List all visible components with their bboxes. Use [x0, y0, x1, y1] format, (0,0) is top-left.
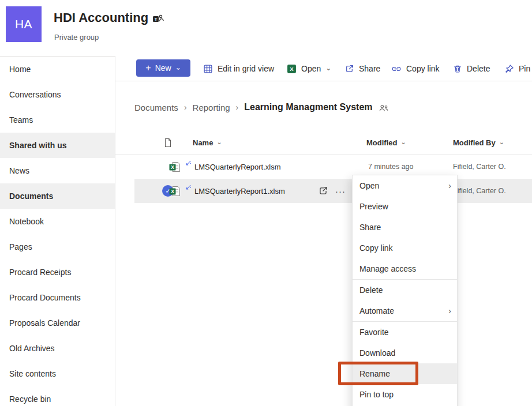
breadcrumb-separator-icon: › — [184, 103, 187, 112]
modified-column-header[interactable]: Modified ⌄ — [366, 131, 406, 154]
sidebar-item-pages[interactable]: Pages — [0, 234, 115, 260]
new-button-label: New — [155, 63, 171, 73]
menu-item-preview[interactable]: Preview — [353, 196, 457, 217]
excel-file-icon: X — [169, 179, 181, 203]
chevron-down-icon: ⌄ — [499, 138, 504, 146]
menu-item-label: Favorite — [359, 322, 389, 343]
menu-item-favorite[interactable]: Favorite — [353, 322, 457, 343]
menu-item-copy-link[interactable]: Copy link — [353, 238, 457, 258]
site-avatar[interactable]: HA — [6, 6, 42, 42]
link-icon — [391, 64, 402, 74]
svg-text:T: T — [155, 17, 158, 22]
svg-text:X: X — [171, 189, 174, 194]
sidebar-item-site-contents[interactable]: Site contents — [0, 361, 115, 386]
menu-item-label: Automate — [359, 300, 394, 321]
pin-icon — [504, 64, 514, 74]
teams-icon: T — [153, 14, 164, 24]
copy-link-button[interactable]: Copy link — [391, 56, 440, 81]
file-name-text: LMSQuarterlyReport.xlsm — [194, 163, 281, 171]
row-more-actions-icon[interactable]: ··· — [335, 179, 346, 203]
table-row[interactable]: X LMSQuarterlyReport.xlsm 7 minutes ago … — [115, 155, 532, 179]
chevron-down-icon: ⌄ — [216, 138, 222, 146]
breadcrumb: Documents › Reporting › Learning Managme… — [134, 102, 389, 112]
new-button[interactable]: + New ⌄ — [136, 59, 190, 77]
name-column-header[interactable]: Name ⌄ — [193, 131, 222, 154]
main-content: + New ⌄ Edit in grid view X Open ⌄ — [115, 56, 532, 406]
sidebar-item-notebook[interactable]: Notebook — [0, 209, 115, 234]
breadcrumb-documents[interactable]: Documents — [134, 103, 178, 112]
menu-item-label: Copy link — [359, 238, 393, 258]
menu-item-share[interactable]: Share — [353, 217, 457, 238]
menu-item-label: Share — [359, 217, 381, 238]
sidebar-item-news[interactable]: News — [0, 158, 115, 183]
sidebar-item-procard-receipts[interactable]: Procard Receipts — [0, 260, 115, 285]
menu-item-automate[interactable]: Automate › — [353, 300, 457, 321]
menu-item-manage-access[interactable]: Manage access — [353, 258, 457, 279]
site-title-text: HDI Accounting — [54, 10, 148, 25]
excel-file-icon: X — [169, 155, 181, 179]
breadcrumb-separator-icon: › — [236, 103, 239, 112]
menu-item-label: Manage access — [359, 258, 416, 279]
new-file-badge-icon — [185, 185, 191, 191]
site-header: HA HDI Accounting T Private group — [0, 0, 532, 56]
modified-by-value: Fifield, Carter O. — [453, 155, 506, 179]
menu-item-delete[interactable]: Delete — [353, 280, 457, 300]
copy-link-button-label: Copy link — [406, 64, 440, 73]
new-file-badge-icon — [185, 161, 191, 167]
ellipsis-icon: ··· — [335, 186, 346, 196]
menu-item-open[interactable]: Open › — [353, 175, 457, 196]
menu-item-label: Preview — [359, 196, 388, 217]
modified-by-column-header[interactable]: Modified By ⌄ — [453, 131, 504, 154]
chevron-down-icon: ⌄ — [175, 63, 181, 72]
submenu-chevron-icon: › — [448, 300, 451, 321]
row-share-icon[interactable] — [318, 179, 328, 203]
svg-text:X: X — [171, 164, 174, 170]
sidebar-item-old-archives[interactable]: Old Archives — [0, 336, 115, 361]
delete-button[interactable]: Delete — [453, 56, 490, 81]
file-type-column-header[interactable] — [164, 131, 172, 154]
document-icon — [164, 138, 172, 148]
edit-grid-view-button[interactable]: Edit in grid view — [203, 56, 274, 81]
trash-icon — [453, 64, 462, 74]
command-bar: + New ⌄ Edit in grid view X Open ⌄ — [115, 56, 532, 81]
sidebar-item-shared-with-us[interactable]: Shared with us — [0, 133, 115, 158]
sidebar-item-teams[interactable]: Teams — [0, 107, 115, 133]
pin-button-label: Pin t — [519, 64, 532, 73]
modified-column-label: Modified — [366, 138, 397, 147]
table-row[interactable]: ✓ X LMSQuarterlyReport1.xlsm — [134, 179, 532, 203]
file-name-link[interactable]: LMSQuarterlyReport1.xlsm — [185, 179, 285, 203]
chevron-down-icon: ⌄ — [400, 138, 406, 146]
table-header: Name ⌄ Modified ⌄ Modified By ⌄ — [115, 131, 532, 155]
sidebar-item-recycle-bin[interactable]: Recycle bin — [0, 386, 115, 406]
context-menu: Open › Preview Share Copy link Manage ac… — [352, 175, 458, 406]
chevron-down-icon: ⌄ — [325, 64, 331, 72]
modified-by-value: Fifield, Carter O. — [453, 179, 506, 203]
file-name-link[interactable]: LMSQuarterlyReport.xlsm — [185, 155, 281, 179]
members-icon[interactable] — [379, 104, 389, 112]
share-icon — [344, 64, 354, 74]
pin-to-top-button[interactable]: Pin t — [504, 56, 532, 81]
share-button-label: Share — [359, 64, 380, 73]
name-column-label: Name — [193, 138, 213, 147]
sidebar-nav: Home Conversations Teams Shared with us … — [0, 56, 115, 406]
submenu-chevron-icon: › — [448, 175, 451, 196]
plus-icon: + — [145, 63, 151, 73]
sidebar-item-procard-documents[interactable]: Procard Documents — [0, 285, 115, 310]
open-button[interactable]: X Open ⌄ — [287, 56, 331, 81]
file-name-text: LMSQuarterlyReport1.xlsm — [194, 187, 285, 196]
menu-item-download[interactable]: Download — [353, 343, 457, 363]
open-button-label: Open — [301, 64, 321, 73]
breadcrumb-reporting[interactable]: Reporting — [193, 103, 230, 112]
sidebar-item-home[interactable]: Home — [0, 57, 115, 82]
share-button[interactable]: Share — [344, 56, 380, 81]
delete-button-label: Delete — [467, 64, 490, 73]
sidebar-item-conversations[interactable]: Conversations — [0, 82, 115, 107]
sidebar-item-documents[interactable]: Documents — [0, 183, 115, 209]
page-title: HDI Accounting T — [54, 10, 164, 25]
menu-item-rename[interactable]: Rename — [353, 363, 457, 384]
menu-item-pin-to-top[interactable]: Pin to top — [353, 384, 457, 405]
menu-item-label: Download — [359, 343, 395, 363]
grid-icon — [203, 64, 213, 74]
edit-grid-view-label: Edit in grid view — [218, 64, 274, 73]
sidebar-item-proposals-calendar[interactable]: Proposals Calendar — [0, 310, 115, 336]
